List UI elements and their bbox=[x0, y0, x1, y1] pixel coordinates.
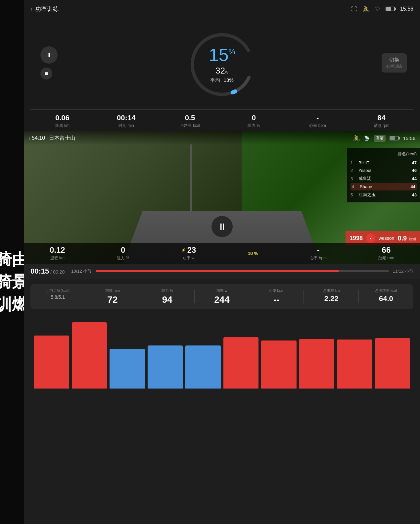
bstat-resistance-value: 94 bbox=[140, 294, 195, 305]
bstat-total-distance: 总里程 km 2.22 bbox=[304, 288, 358, 305]
video-header: ‹ 54:10 日本富士山 🚴 📡 高清 15:56 bbox=[24, 131, 420, 145]
chart-bar-1 bbox=[34, 336, 69, 389]
video-title: 日本富士山 bbox=[49, 135, 75, 142]
chart-bar-6 bbox=[223, 337, 259, 389]
my-rank-unit: kcal bbox=[409, 237, 416, 241]
gauge-watts-unit: w bbox=[225, 69, 228, 75]
lb-rank-4: 4 bbox=[352, 184, 358, 189]
gauge-avg-value: 13% bbox=[224, 77, 234, 83]
video-signal-icon: 📡 bbox=[364, 135, 370, 141]
stat-distance-label: 距离 km bbox=[30, 123, 94, 129]
stat-distance: 0.06 距离 km bbox=[30, 114, 94, 129]
lb-row-4: 4 Shane 44 bbox=[350, 183, 417, 190]
workout-chart bbox=[30, 316, 413, 389]
back-button[interactable]: ‹ bbox=[30, 6, 32, 13]
bstat-heartrate-value: -- bbox=[249, 294, 304, 305]
lb-score-4: 44 bbox=[411, 184, 415, 189]
lb-row-3: 3 咸鱼汤 44 bbox=[350, 174, 417, 183]
gauge-percent-sign: % bbox=[229, 48, 235, 56]
vstat-power-label: 功率 w bbox=[181, 255, 196, 261]
power-gauge: 15% 32w 平均 13% bbox=[186, 28, 258, 101]
stat-distance-value: 0.06 bbox=[30, 114, 94, 122]
bstat-resistance-label: 阻力 % bbox=[140, 288, 195, 293]
stat-cadence: 84 踏频 rpm bbox=[350, 114, 413, 129]
gauge-center: 15% 32w 平均 13% bbox=[209, 46, 235, 83]
header-left: ‹ 功率训练 bbox=[30, 5, 59, 13]
progress-bar bbox=[96, 270, 389, 272]
video-title-area: ‹ 54:10 日本富士山 bbox=[28, 135, 75, 142]
pause-button[interactable]: ⏸ bbox=[40, 46, 58, 64]
video-stats-bar: 0.12 里程 km 0 阻力 % ⚡ 23 功率 w 10 % - 心率 bp… bbox=[24, 243, 420, 264]
bstat-total-distance-value: 2.22 bbox=[304, 294, 358, 303]
progress-row: 00:15 / 00:20 10/12 小节 11/12 小节 bbox=[30, 267, 413, 276]
sidebar: 自由骑行 实景骑行 速燃训练 bbox=[0, 0, 24, 524]
lb-name-4: Shane bbox=[360, 184, 411, 189]
bike-icon: 🚴 bbox=[362, 5, 370, 13]
bstat-total-calories-label: 总卡路里 kcal bbox=[359, 288, 413, 293]
lb-rank-2: 2 bbox=[350, 168, 357, 173]
video-pause-button[interactable]: ⏸ bbox=[211, 216, 233, 237]
lb-row-1: 1 BHIIT 47 bbox=[350, 159, 417, 167]
progress-section: 00:15 / 00:20 10/12 小节 11/12 小节 bbox=[24, 264, 420, 279]
stat-cadence-value: 84 bbox=[350, 114, 413, 122]
bstat-cadence-value: 72 bbox=[85, 294, 140, 305]
pause-icon: ⏸ bbox=[46, 51, 52, 59]
control-buttons: ⏸ ⏹ bbox=[40, 46, 58, 79]
vstat-resistance-label: 阻力 % bbox=[117, 255, 129, 261]
bstat-total-calories: 总卡路里 kcal 64.0 bbox=[359, 288, 413, 305]
lb-rank-5: 5 bbox=[350, 192, 357, 197]
bstat-power-value: 244 bbox=[195, 294, 249, 305]
stat-calories-value: 0.5 bbox=[158, 114, 222, 122]
video-clock: 15:56 bbox=[403, 135, 415, 141]
gauge-avg-label: 平均 bbox=[210, 77, 220, 83]
segment-next-label: 11/12 小节 bbox=[393, 268, 413, 274]
vstat-heartrate: - 心率 bpm bbox=[310, 245, 327, 261]
chart-bar-3 bbox=[110, 349, 145, 389]
stat-heartrate-label: 心率 bpm bbox=[286, 123, 350, 129]
stat-heartrate-value: - bbox=[286, 114, 350, 122]
lb-name-1: BHIIT bbox=[358, 160, 412, 165]
gauge-watts: 32 bbox=[215, 66, 225, 76]
vstat-cadence: 66 踏频 rpm bbox=[378, 245, 394, 261]
stat-resistance-value: 0 bbox=[222, 114, 286, 122]
header-title: 功率训练 bbox=[35, 5, 59, 13]
lb-rank-1: 1 bbox=[350, 160, 357, 165]
video-pause-icon: ⏸ bbox=[217, 221, 227, 232]
vstat-mileage: 0.12 里程 km bbox=[50, 245, 65, 261]
vstat-mileage-label: 里程 km bbox=[50, 255, 65, 261]
bstat-target: 小节目标(kcal) 5.8/5.1 bbox=[30, 288, 85, 305]
stat-time-value: 00:14 bbox=[94, 114, 158, 122]
bottom-section: 小节目标(kcal) 5.8/5.1 踏频 rpm 72 阻力 % 94 功率 … bbox=[24, 279, 420, 524]
lb-row-2: 2 Yesoul 46 bbox=[350, 167, 417, 174]
heart-icon: ♡ bbox=[375, 5, 380, 13]
bottom-stats-row: 小节目标(kcal) 5.8/5.1 踏频 rpm 72 阻力 % 94 功率 … bbox=[30, 284, 413, 309]
video-bike-icon: 🚴 bbox=[353, 134, 360, 142]
video-back-button[interactable]: ‹ bbox=[28, 135, 30, 142]
stat-resistance: 0 阻力 % bbox=[222, 114, 286, 129]
gauge-area: ⏸ ⏹ 15% bbox=[30, 17, 413, 109]
header-right: ⛶ 🚴 ♡ 15:56 bbox=[351, 5, 413, 13]
main-content: ‹ 功率训练 ⛶ 🚴 ♡ 15:56 ⏸ ⏹ bbox=[24, 0, 420, 524]
stat-calories-label: 卡路里 kcal bbox=[158, 123, 222, 129]
vstat-power: ⚡ 23 功率 w bbox=[181, 245, 196, 261]
expand-icon[interactable]: ⛶ bbox=[351, 6, 357, 13]
lb-score-5: 43 bbox=[412, 192, 417, 197]
chart-bar-7 bbox=[261, 341, 297, 389]
vstat-cadence-label: 踏频 rpm bbox=[378, 255, 394, 261]
bstat-heartrate-label: 心率 bpm bbox=[249, 288, 304, 293]
stat-cadence-label: 踏频 rpm bbox=[350, 123, 413, 129]
chart-bar-2 bbox=[72, 322, 107, 389]
chart-bar-4 bbox=[148, 345, 183, 389]
vstat-percent: 10 % bbox=[248, 251, 258, 256]
switch-mode-button[interactable]: 切换 心率训练 bbox=[382, 53, 407, 73]
progress-separator: / bbox=[50, 269, 52, 275]
header-clock: 15:56 bbox=[400, 6, 413, 12]
my-rank-score: 0.9 bbox=[397, 235, 407, 242]
chart-bar-8 bbox=[299, 339, 335, 389]
stat-time: 00:14 时间 min bbox=[94, 114, 158, 129]
vstat-heartrate-value: - bbox=[310, 245, 327, 255]
chart-bar-10 bbox=[375, 338, 410, 389]
stop-button[interactable]: ⏹ bbox=[40, 68, 52, 79]
lb-name-2: Yesoul bbox=[358, 168, 412, 173]
video-battery-icon bbox=[390, 136, 399, 140]
